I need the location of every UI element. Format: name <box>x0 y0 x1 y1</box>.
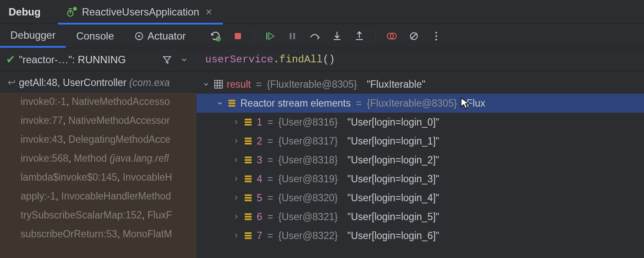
svg-rect-39 <box>245 157 252 158</box>
svg-point-2 <box>73 7 77 11</box>
var-value: "User[login=login_3]" <box>347 173 439 185</box>
svg-rect-35 <box>245 124 252 126</box>
frame-row[interactable]: invoke:43, DelegatingMethodAcce <box>0 130 197 149</box>
svg-rect-51 <box>245 232 252 234</box>
more-button[interactable] <box>430 30 443 43</box>
frame-row[interactable]: invoke0:-1, NativeMethodAccesso <box>0 92 197 111</box>
run-config-tab[interactable]: ReactiveUsersApplication ✕ <box>58 1 223 25</box>
variables-panel: userService.findAll() result <box>197 48 644 258</box>
chevron-right-icon[interactable] <box>232 119 240 126</box>
thread-label: "reactor-…": RUNNING <box>19 54 156 66</box>
var-ref: {User@8316} <box>278 117 337 128</box>
var-value: Flux <box>467 98 485 109</box>
chevron-right-icon[interactable] <box>232 157 240 163</box>
frames-panel: ✔ "reactor-…": RUNNING ↩ getAll:48, User… <box>0 48 197 258</box>
var-name: 2 <box>257 135 262 147</box>
var-ref: {User@8319} <box>278 173 337 185</box>
svg-rect-40 <box>245 159 252 161</box>
step-into-button[interactable] <box>331 30 343 43</box>
svg-point-22 <box>435 35 437 37</box>
chevron-down-icon[interactable] <box>178 56 191 64</box>
equals: = <box>266 154 275 166</box>
step-over-button[interactable] <box>308 30 321 43</box>
var-row-result[interactable]: result = {FluxIterable@8305} "FluxIterab… <box>197 75 644 94</box>
stop-button[interactable] <box>231 30 244 43</box>
frames-list[interactable]: ↩ getAll:48, UserController (com.exa inv… <box>0 71 197 258</box>
var-value: "User[login=login_5]" <box>347 211 439 223</box>
var-row-item[interactable]: 5={User@8320} "User[login=login_4]" <box>197 188 644 207</box>
stack-icon <box>244 212 253 221</box>
stack-icon <box>244 156 253 164</box>
thread-selector[interactable]: ✔ "reactor-…": RUNNING <box>0 48 197 71</box>
equals: = <box>266 211 275 223</box>
frame-row[interactable]: invoke:568, Method (java.lang.refl <box>0 149 197 168</box>
var-name: 1 <box>257 117 262 128</box>
frame-class: DelegatingMethodAcce <box>68 134 170 145</box>
frame-row[interactable]: ↩ getAll:48, UserController (com.exa <box>0 73 197 92</box>
var-ref: {User@8318} <box>278 154 337 166</box>
svg-rect-36 <box>245 138 252 139</box>
svg-rect-9 <box>266 33 267 40</box>
frame-class: InvocableH <box>123 172 172 183</box>
frame-class: InvocableHandlerMethod <box>61 190 171 202</box>
pause-button[interactable] <box>286 30 299 43</box>
var-row-item[interactable]: 1 = {User@8316} "User[login=login_0]" <box>197 113 644 132</box>
stack-icon <box>244 194 253 202</box>
frame-row[interactable]: invoke:77, NativeMethodAccessor <box>0 111 197 130</box>
tab-debugger[interactable]: Debugger <box>0 24 66 48</box>
var-row-item[interactable]: 6={User@8321} "User[login=login_5]" <box>197 207 644 226</box>
frame-row[interactable]: subscribeOrReturn:53, MonoFlatM <box>0 224 197 243</box>
svg-rect-50 <box>245 218 252 220</box>
frame-location: getAll:48 <box>19 77 58 88</box>
step-out-button[interactable] <box>353 30 366 43</box>
run-config-icon <box>67 6 78 18</box>
svg-marker-10 <box>269 33 274 40</box>
var-row-item[interactable]: 4={User@8319} "User[login=login_3]" <box>197 169 644 188</box>
mute-breakpoints-button[interactable] <box>407 30 420 43</box>
svg-rect-48 <box>245 213 252 215</box>
frame-location: subscribeOrReturn:53 <box>21 228 117 240</box>
frame-row[interactable]: trySubscribeScalarMap:152, FluxF <box>0 206 197 224</box>
svg-rect-8 <box>235 33 241 39</box>
var-name: 5 <box>257 192 262 204</box>
chevron-right-icon[interactable] <box>232 194 240 201</box>
var-row-item[interactable]: 7={User@8322} "User[login=login_6]" <box>197 226 644 245</box>
svg-rect-46 <box>245 197 252 199</box>
var-row-item[interactable]: 2={User@8317} "User[login=login_1]" <box>197 132 644 150</box>
actuator-icon <box>134 31 144 41</box>
chevron-right-icon[interactable] <box>232 138 240 144</box>
frame-package: (java.lang.refl <box>109 153 169 164</box>
rerun-debug-button[interactable] <box>209 30 222 43</box>
frame-location: invoke:43 <box>21 134 63 145</box>
tab-console[interactable]: Console <box>66 24 124 48</box>
view-breakpoints-button[interactable] <box>385 30 398 43</box>
var-name: 7 <box>257 230 262 242</box>
frame-row[interactable]: lambda$invoke$0:145, InvocableH <box>0 168 197 187</box>
tab-actuator[interactable]: Actuator <box>124 24 196 48</box>
chevron-right-icon[interactable] <box>232 213 240 220</box>
chevron-right-icon[interactable] <box>232 175 240 182</box>
check-icon: ✔ <box>6 53 15 66</box>
var-ref: {User@8320} <box>278 192 337 204</box>
expr-parens: () <box>323 54 335 65</box>
svg-rect-53 <box>245 237 252 239</box>
variables-tree[interactable]: result = {FluxIterable@8305} "FluxIterab… <box>197 71 644 258</box>
filter-icon[interactable] <box>160 55 174 64</box>
expr-dot: . <box>273 54 279 65</box>
chevron-down-icon[interactable] <box>202 81 210 88</box>
tab-console-label: Console <box>76 30 114 42</box>
var-value: "User[login=login_1]" <box>347 135 439 147</box>
equals: = <box>254 79 263 90</box>
resume-button[interactable] <box>264 30 276 43</box>
debug-subtabs: Debugger Console Actuator <box>0 24 196 48</box>
svg-rect-30 <box>228 100 235 101</box>
close-icon[interactable]: ✕ <box>204 6 214 18</box>
thread-status: RUNNING <box>78 54 126 65</box>
chevron-down-icon[interactable] <box>216 100 224 107</box>
var-row-reactor-stream[interactable]: Reactor stream elements = {FluxIterable@… <box>197 94 644 113</box>
frame-row[interactable]: apply:-1, InvocableHandlerMethod <box>0 187 197 206</box>
evaluate-expression-input[interactable]: userService.findAll() <box>197 48 644 71</box>
chevron-right-icon[interactable] <box>232 232 240 239</box>
var-row-item[interactable]: 3={User@8318} "User[login=login_2]" <box>197 150 644 169</box>
svg-point-21 <box>435 32 437 34</box>
